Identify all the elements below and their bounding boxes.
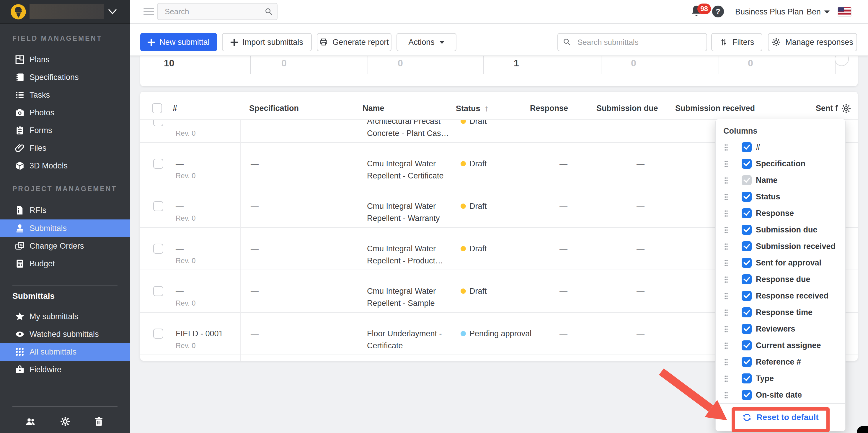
checkbox-checked[interactable]	[742, 159, 752, 169]
generate-report-button[interactable]: Generate report	[317, 33, 392, 51]
column-header-status[interactable]: Status↑	[456, 103, 489, 113]
select-all-checkbox[interactable]	[152, 103, 162, 113]
section-field-management: FIELD MANAGEMENT	[12, 34, 102, 42]
stats-scroll-right-button[interactable]	[835, 56, 849, 66]
checkbox-checked[interactable]	[742, 307, 752, 318]
specifications-icon	[15, 72, 25, 82]
checkbox-checked[interactable]	[742, 142, 752, 152]
column-toggle-response-due[interactable]: Response due	[716, 271, 845, 288]
sidebar-item-photos[interactable]: Photos	[0, 104, 130, 122]
drag-handle-icon[interactable]	[724, 359, 728, 366]
help-button[interactable]: ?	[712, 6, 724, 18]
column-toggle-on-site-date[interactable]: On-site date	[716, 387, 845, 403]
column-header-number[interactable]: #	[173, 104, 177, 113]
row-checkbox[interactable]	[153, 201, 163, 211]
checkbox-checked[interactable]	[742, 274, 752, 284]
column-toggle-submission-received[interactable]: Submission received	[716, 238, 845, 255]
filters-button[interactable]: Filters	[711, 33, 762, 51]
people-icon[interactable]	[25, 416, 36, 427]
drag-handle-icon[interactable]	[724, 260, 728, 267]
column-toggle-submission-due[interactable]: Submission due	[716, 222, 845, 238]
plan-label[interactable]: Business Plus Plan	[735, 7, 803, 16]
drag-handle-icon[interactable]	[724, 177, 728, 184]
import-submittals-button[interactable]: Import submittals	[222, 33, 312, 51]
column-header-name[interactable]: Name	[363, 104, 384, 113]
drag-handle-icon[interactable]	[724, 144, 728, 151]
row-checkbox[interactable]	[153, 159, 163, 169]
drag-handle-icon[interactable]	[724, 342, 728, 349]
column-toggle-reviewers[interactable]: Reviewers	[716, 321, 845, 337]
checkbox-checked[interactable]	[742, 357, 752, 367]
checkbox-checked[interactable]	[742, 192, 752, 202]
column-header-sent-for-approval[interactable]: Sent f	[816, 104, 838, 113]
hamburger-menu-icon[interactable]	[144, 8, 154, 15]
submittals-search-input[interactable]	[557, 33, 707, 51]
column-header-submission-received[interactable]: Submission received	[675, 104, 755, 113]
gear-icon[interactable]	[60, 416, 70, 427]
column-settings-gear-icon[interactable]	[841, 103, 851, 114]
sidebar-item-3d-models[interactable]: 3D Models	[0, 157, 130, 175]
row-checkbox[interactable]	[153, 286, 163, 296]
row-checkbox[interactable]	[153, 244, 163, 254]
drag-handle-icon[interactable]	[724, 243, 728, 250]
column-header-submission-due[interactable]: Submission due	[596, 104, 658, 113]
global-search-input[interactable]	[157, 3, 278, 20]
column-toggle-specification[interactable]: Specification	[716, 156, 845, 172]
sidebar-item-budget[interactable]: Budget	[0, 255, 130, 272]
drag-handle-icon[interactable]	[724, 392, 728, 399]
checkbox-checked[interactable]	[742, 373, 752, 384]
drag-handle-icon[interactable]	[724, 293, 728, 300]
column-toggle-reference[interactable]: Reference #	[716, 354, 845, 370]
project-switcher[interactable]	[0, 0, 130, 24]
drag-handle-icon[interactable]	[724, 194, 728, 201]
drag-handle-icon[interactable]	[724, 227, 728, 234]
drag-handle-icon[interactable]	[724, 375, 728, 382]
sidebar-item-all-submittals[interactable]: All submittals	[0, 343, 130, 361]
row-checkbox[interactable]	[153, 329, 163, 339]
column-toggle-response[interactable]: Response	[716, 205, 845, 222]
row-checkbox[interactable]	[153, 120, 163, 126]
drag-handle-icon[interactable]	[724, 309, 728, 316]
drag-handle-icon[interactable]	[724, 276, 728, 283]
checkbox-checked[interactable]	[742, 291, 752, 301]
checkbox-checked[interactable]	[742, 340, 752, 351]
checkbox-checked[interactable]	[742, 208, 752, 218]
column-toggle-type[interactable]: Type	[716, 370, 845, 387]
sidebar-item-specifications[interactable]: Specifications	[0, 68, 130, 86]
column-toggle-status[interactable]: Status	[716, 189, 845, 205]
sidebar-item-fieldwire[interactable]: Fieldwire	[0, 361, 130, 378]
column-toggle-sent-for-approval[interactable]: Sent for approval	[716, 255, 845, 271]
drag-handle-icon[interactable]	[724, 161, 728, 168]
checkbox-checked[interactable]	[742, 390, 752, 400]
sidebar-item-submittals[interactable]: Submittals	[0, 220, 130, 237]
column-toggle-name[interactable]: Name	[716, 172, 845, 189]
sidebar-item-change-orders[interactable]: Change Orders	[0, 237, 130, 255]
sidebar-item-plans[interactable]: Plans	[0, 51, 130, 68]
column-toggle-number[interactable]: #	[716, 139, 845, 156]
new-submittal-button[interactable]: New submittal	[140, 33, 217, 51]
drag-handle-icon[interactable]	[724, 326, 728, 333]
sidebar-item-files[interactable]: Files	[0, 139, 130, 157]
sidebar-item-my-submittals[interactable]: My submittals	[0, 308, 130, 325]
sidebar-item-tasks[interactable]: Tasks	[0, 86, 130, 104]
checkbox-checked[interactable]	[742, 324, 752, 334]
sidebar-item-rfis[interactable]: RFIs	[0, 201, 130, 219]
checkbox-checked[interactable]	[742, 225, 752, 235]
us-flag-icon[interactable]	[838, 7, 851, 16]
column-toggle-current-assignee[interactable]: Current assignee	[716, 337, 845, 354]
trash-icon[interactable]	[94, 416, 104, 427]
user-menu[interactable]: Ben	[807, 7, 830, 16]
drag-handle-icon[interactable]	[724, 210, 728, 217]
notifications-button[interactable]: 98	[690, 4, 713, 20]
checkbox-checked[interactable]	[742, 258, 752, 268]
column-header-specification[interactable]: Specification	[249, 104, 299, 113]
column-header-response[interactable]: Response	[530, 104, 568, 113]
column-toggle-response-time[interactable]: Response time	[716, 304, 845, 321]
reset-to-default-button[interactable]: Reset to default	[716, 403, 845, 431]
sidebar-item-watched-submittals[interactable]: Watched submittals	[0, 325, 130, 343]
sidebar-item-forms[interactable]: Forms	[0, 122, 130, 139]
actions-button[interactable]: Actions	[397, 33, 457, 51]
column-toggle-response-received[interactable]: Response received	[716, 288, 845, 304]
manage-responses-button[interactable]: Manage responses	[768, 33, 857, 51]
checkbox-checked[interactable]	[742, 241, 752, 251]
